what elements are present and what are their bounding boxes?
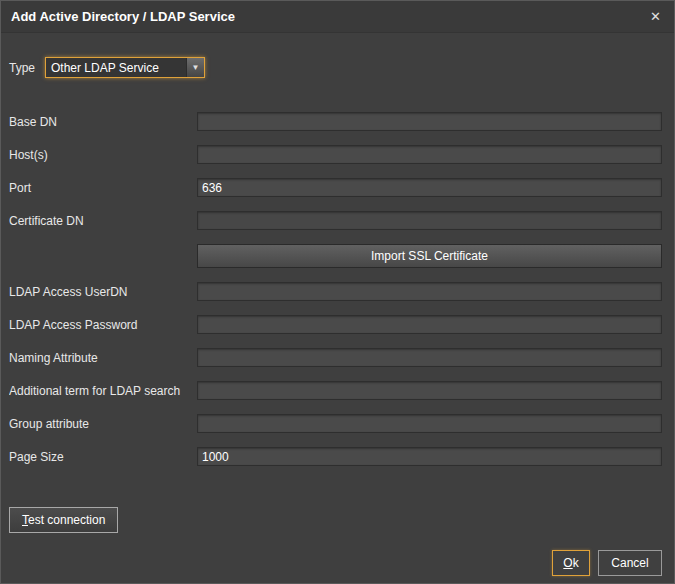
ok-mnemonic: O (563, 556, 572, 570)
field-row-ldap-access-userdn: LDAP Access UserDN (9, 282, 662, 301)
test-connection-button[interactable]: Test connection (9, 507, 118, 533)
type-dropdown-value: Other LDAP Service (46, 58, 186, 77)
import-ssl-certificate-button[interactable]: Import SSL Certificate (197, 244, 662, 268)
dialog-titlebar: Add Active Directory / LDAP Service ✕ (1, 1, 674, 33)
naming-attribute-label: Naming Attribute (9, 351, 197, 365)
field-row-page-size: Page Size (9, 447, 662, 466)
ldap-access-userdn-input[interactable] (197, 282, 662, 301)
add-ldap-service-dialog: { "titlebar": { "title": "Add Active Dir… (0, 0, 675, 584)
field-row-base-dn: Base DN (9, 112, 662, 131)
group-attribute-label: Group attribute (9, 417, 197, 431)
field-row-group-attribute: Group attribute (9, 414, 662, 433)
ok-button[interactable]: Ok (552, 550, 590, 576)
test-connection-label: est connection (28, 513, 105, 527)
base-dn-label: Base DN (9, 115, 197, 129)
port-label: Port (9, 181, 197, 195)
cancel-button[interactable]: Cancel (598, 550, 662, 576)
field-row-hosts: Host(s) (9, 145, 662, 164)
field-row-additional-term: Additional term for LDAP search (9, 381, 662, 400)
ldap-access-password-label: LDAP Access Password (9, 318, 197, 332)
additional-term-label: Additional term for LDAP search (9, 384, 197, 398)
dialog-footer-buttons: Ok Cancel (552, 550, 662, 576)
type-row: Type Other LDAP Service ▼ (9, 57, 662, 78)
type-label: Type (9, 61, 35, 75)
page-size-input[interactable] (197, 447, 662, 466)
field-row-ldap-access-password: LDAP Access Password (9, 315, 662, 334)
additional-term-input[interactable] (197, 381, 662, 400)
hosts-input[interactable] (197, 145, 662, 164)
close-icon[interactable]: ✕ (647, 8, 664, 25)
certificate-dn-input[interactable] (197, 211, 662, 230)
ldap-access-userdn-label: LDAP Access UserDN (9, 285, 197, 299)
certificate-dn-label: Certificate DN (9, 214, 197, 228)
field-row-port: Port (9, 178, 662, 197)
type-dropdown[interactable]: Other LDAP Service ▼ (45, 57, 205, 78)
field-row-naming-attribute: Naming Attribute (9, 348, 662, 367)
base-dn-input[interactable] (197, 112, 662, 131)
group-attribute-input[interactable] (197, 414, 662, 433)
chevron-down-icon[interactable]: ▼ (186, 58, 204, 77)
dialog-title: Add Active Directory / LDAP Service (11, 9, 235, 24)
import-ssl-row: Import SSL Certificate (9, 244, 662, 268)
ldap-access-password-input[interactable] (197, 315, 662, 334)
port-input[interactable] (197, 178, 662, 197)
page-size-label: Page Size (9, 450, 197, 464)
ldap-form: Base DN Host(s) Port Certificate DN Impo… (1, 112, 674, 466)
field-row-certificate-dn: Certificate DN (9, 211, 662, 230)
ok-label: k (573, 556, 579, 570)
naming-attribute-input[interactable] (197, 348, 662, 367)
hosts-label: Host(s) (9, 148, 197, 162)
